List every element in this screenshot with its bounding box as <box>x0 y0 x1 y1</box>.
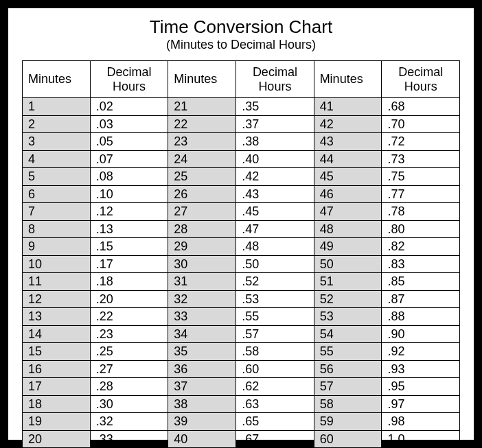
cell-decimal-hours: .18 <box>90 273 168 291</box>
cell-minutes: 34 <box>168 325 236 343</box>
cell-decimal-hours: .43 <box>236 185 314 203</box>
cell-decimal-hours: .22 <box>90 308 168 326</box>
cell-minutes: 5 <box>23 168 91 186</box>
cell-decimal-hours: .95 <box>382 378 460 396</box>
table-header-row: Minutes Decimal Hours Minutes Decimal Ho… <box>23 61 460 98</box>
cell-decimal-hours: .47 <box>236 220 314 238</box>
cell-minutes: 22 <box>168 115 236 133</box>
cell-decimal-hours: .50 <box>236 255 314 273</box>
cell-minutes: 16 <box>23 360 91 378</box>
cell-decimal-hours: .85 <box>382 273 460 291</box>
cell-decimal-hours: .12 <box>90 203 168 221</box>
cell-decimal-hours: .15 <box>90 238 168 256</box>
cell-minutes: 13 <box>23 308 91 326</box>
cell-minutes: 39 <box>168 413 236 431</box>
cell-minutes: 40 <box>168 430 236 448</box>
cell-minutes: 10 <box>23 255 91 273</box>
cell-decimal-hours: .32 <box>90 413 168 431</box>
cell-decimal-hours: .35 <box>236 98 314 116</box>
cell-decimal-hours: .02 <box>90 98 168 116</box>
table-row: 1.0221.3541.68 <box>23 98 460 116</box>
table-row: 12.2032.5352.87 <box>23 290 460 308</box>
cell-minutes: 55 <box>314 343 382 361</box>
cell-minutes: 3 <box>23 133 91 151</box>
cell-minutes: 35 <box>168 343 236 361</box>
cell-decimal-hours: .53 <box>236 290 314 308</box>
cell-decimal-hours: .90 <box>382 325 460 343</box>
table-row: 14.2334.5754.90 <box>23 325 460 343</box>
table-row: 4.0724.4044.73 <box>23 150 460 168</box>
cell-decimal-hours: .93 <box>382 360 460 378</box>
cell-minutes: 19 <box>23 413 91 431</box>
cell-minutes: 27 <box>168 203 236 221</box>
cell-decimal-hours: .58 <box>236 343 314 361</box>
cell-decimal-hours: .48 <box>236 238 314 256</box>
cell-decimal-hours: .23 <box>90 325 168 343</box>
cell-minutes: 47 <box>314 203 382 221</box>
cell-minutes: 42 <box>314 115 382 133</box>
cell-minutes: 52 <box>314 290 382 308</box>
cell-minutes: 51 <box>314 273 382 291</box>
cell-decimal-hours: .20 <box>90 290 168 308</box>
cell-minutes: 56 <box>314 360 382 378</box>
cell-decimal-hours: .98 <box>382 413 460 431</box>
cell-minutes: 32 <box>168 290 236 308</box>
header-decimal-3: Decimal Hours <box>382 61 460 98</box>
table-row: 5.0825.4245.75 <box>23 168 460 186</box>
cell-minutes: 28 <box>168 220 236 238</box>
table-row: 18.3038.6358.97 <box>23 395 460 413</box>
cell-minutes: 17 <box>23 378 91 396</box>
cell-decimal-hours: .10 <box>90 185 168 203</box>
cell-minutes: 29 <box>168 238 236 256</box>
table-row: 6.1026.4346.77 <box>23 185 460 203</box>
cell-decimal-hours: .72 <box>382 133 460 151</box>
cell-decimal-hours: .40 <box>236 150 314 168</box>
cell-decimal-hours: .13 <box>90 220 168 238</box>
chart-subtitle: (Minutes to Decimal Hours) <box>22 38 460 52</box>
cell-decimal-hours: .83 <box>382 255 460 273</box>
cell-decimal-hours: .38 <box>236 133 314 151</box>
cell-minutes: 14 <box>23 325 91 343</box>
cell-minutes: 58 <box>314 395 382 413</box>
cell-minutes: 4 <box>23 150 91 168</box>
header-decimal-2: Decimal Hours <box>236 61 314 98</box>
cell-decimal-hours: .97 <box>382 395 460 413</box>
table-row: 17.2837.6257.95 <box>23 378 460 396</box>
cell-decimal-hours: .88 <box>382 308 460 326</box>
cell-minutes: 45 <box>314 168 382 186</box>
cell-minutes: 33 <box>168 308 236 326</box>
cell-minutes: 36 <box>168 360 236 378</box>
table-body: 1.0221.3541.682.0322.3742.703.0523.3843.… <box>23 98 460 448</box>
table-row: 10.1730.5050.83 <box>23 255 460 273</box>
cell-decimal-hours: .05 <box>90 133 168 151</box>
cell-minutes: 60 <box>314 430 382 448</box>
cell-decimal-hours: .52 <box>236 273 314 291</box>
cell-minutes: 41 <box>314 98 382 116</box>
table-row: 11.1831.5251.85 <box>23 273 460 291</box>
cell-minutes: 18 <box>23 395 91 413</box>
cell-decimal-hours: .80 <box>382 220 460 238</box>
cell-decimal-hours: .73 <box>382 150 460 168</box>
cell-decimal-hours: .30 <box>90 395 168 413</box>
cell-decimal-hours: 1.0 <box>382 430 460 448</box>
cell-decimal-hours: .03 <box>90 115 168 133</box>
conversion-table: Minutes Decimal Hours Minutes Decimal Ho… <box>22 60 460 448</box>
table-row: 2.0322.3742.70 <box>23 115 460 133</box>
cell-decimal-hours: .33 <box>90 430 168 448</box>
header-minutes-1: Minutes <box>23 61 91 98</box>
cell-decimal-hours: .57 <box>236 325 314 343</box>
cell-decimal-hours: .17 <box>90 255 168 273</box>
header-minutes-2: Minutes <box>168 61 236 98</box>
cell-decimal-hours: .25 <box>90 343 168 361</box>
cell-decimal-hours: .27 <box>90 360 168 378</box>
cell-minutes: 12 <box>23 290 91 308</box>
cell-minutes: 37 <box>168 378 236 396</box>
cell-minutes: 49 <box>314 238 382 256</box>
cell-decimal-hours: .78 <box>382 203 460 221</box>
cell-decimal-hours: .82 <box>382 238 460 256</box>
cell-decimal-hours: .08 <box>90 168 168 186</box>
cell-decimal-hours: .28 <box>90 378 168 396</box>
cell-decimal-hours: .75 <box>382 168 460 186</box>
cell-minutes: 48 <box>314 220 382 238</box>
cell-minutes: 6 <box>23 185 91 203</box>
